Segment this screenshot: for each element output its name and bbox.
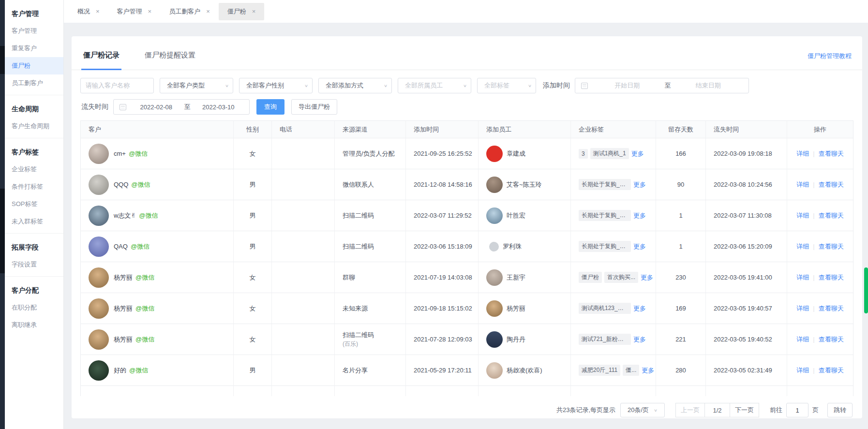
sidebar-item-enterprise-tags[interactable]: 企业标签: [5, 161, 63, 178]
more-tags-link[interactable]: 更多: [633, 180, 646, 189]
page-size-select[interactable]: 20条/页 ∨: [620, 403, 665, 417]
sidebar-item-customer-mgmt[interactable]: 客户管理: [5, 22, 63, 40]
add-method-select[interactable]: 全部添加方式 ∨: [318, 78, 392, 93]
sidebar-item-condition-tags[interactable]: 条件打标签: [5, 178, 63, 195]
close-icon[interactable]: ×: [148, 8, 152, 15]
rail-scroll-thumb[interactable]: [0, 46, 5, 74]
table-row: w志文✌ @微信 男 扫描二维码 2022-03-07 11:29:52 叶胜宏…: [81, 200, 853, 231]
detail-link[interactable]: 详细: [796, 304, 809, 313]
tags-select[interactable]: 全部标签 ∨: [477, 78, 536, 93]
next-page-button[interactable]: 下一页: [730, 403, 759, 417]
chevron-down-icon: ∨: [225, 83, 229, 88]
op-separator: |: [813, 367, 814, 374]
detail-link[interactable]: 详细: [796, 242, 809, 251]
sidebar-item-not-in-group-tags[interactable]: 未入群标签: [5, 213, 63, 230]
close-icon[interactable]: ×: [96, 8, 100, 15]
view-chat-link[interactable]: 查看聊天: [819, 242, 844, 251]
source-cell: 微信联系人: [335, 169, 406, 200]
phone-cell: [272, 169, 335, 200]
lost-time-cell: 2022-03-06 15:20:09: [706, 231, 787, 262]
sidebar-item-customer-lifecycle[interactable]: 客户生命周期: [5, 118, 63, 135]
view-chat-link[interactable]: 查看聊天: [819, 366, 844, 375]
lost-time-range-picker[interactable]: 2022-02-08 至 2022-03-10: [113, 99, 250, 115]
customer-gender-select[interactable]: 全部客户性别 ∨: [239, 78, 313, 93]
tab-zombie-records[interactable]: 僵尸粉记录: [81, 51, 121, 70]
view-chat-link[interactable]: 查看聊天: [819, 304, 844, 313]
detail-link[interactable]: 详细: [796, 211, 809, 220]
table-header-row: 客户 性别 电话 来源渠道 添加时间 添加员工 企业标签 留存天数 流失时间 操…: [81, 121, 853, 138]
detail-link[interactable]: 详细: [796, 180, 809, 189]
rail-scroll-thumb-2[interactable]: [0, 189, 5, 273]
sidebar-item-employee-deleted[interactable]: 员工删客户: [5, 74, 63, 92]
more-tags-link[interactable]: 更多: [631, 149, 644, 158]
detail-link[interactable]: 详细: [796, 273, 809, 282]
close-icon[interactable]: ×: [252, 8, 256, 15]
customer-name: QQQ: [114, 181, 128, 188]
avatar: [486, 177, 503, 193]
more-tags-link[interactable]: 更多: [642, 366, 654, 375]
view-chat-link[interactable]: 查看聊天: [819, 211, 844, 220]
more-tags-link[interactable]: 更多: [633, 335, 646, 344]
avatar: [89, 329, 109, 350]
sidebar-item-field-settings[interactable]: 字段设置: [5, 256, 63, 273]
tab-overview[interactable]: 概况 ×: [69, 3, 108, 20]
more-tags-link[interactable]: 更多: [633, 304, 646, 313]
view-chat-link[interactable]: 查看聊天: [819, 180, 844, 189]
col-add-employee: 添加员工: [479, 121, 571, 138]
more-tags-link[interactable]: 更多: [633, 211, 646, 220]
lost-start-date[interactable]: 2022-02-08: [131, 104, 181, 111]
view-chat-link[interactable]: 查看聊天: [819, 335, 844, 344]
prev-page-button[interactable]: 上一页: [675, 403, 705, 417]
add-time-cell: 2022-03-06 15:18:09: [406, 231, 479, 262]
detail-link[interactable]: 详细: [796, 335, 809, 344]
search-button[interactable]: 查询: [256, 99, 284, 115]
table-row: 好的 @微信 男 名片分享 2021-05-29 17:20:11 杨啟凌(欢喜…: [81, 355, 853, 386]
table-row: 杨芳丽 @微信 女 扫描二维码 (百乐) 2021-07-28 12:09:03…: [81, 324, 853, 355]
page-indicator: 1/2: [705, 403, 730, 417]
sidebar-item-zombie-fans[interactable]: 僵尸粉: [5, 57, 63, 74]
detail-link[interactable]: 详细: [796, 366, 809, 375]
add-time-range-picker[interactable]: 开始日期 至 结束日期: [575, 78, 749, 93]
phone-cell: [272, 324, 335, 355]
tab-zombie-fans[interactable]: 僵尸粉 ×: [219, 3, 265, 20]
lost-end-date[interactable]: 2022-03-10: [194, 104, 244, 111]
tab-zombie-reminder-settings[interactable]: 僵尸粉提醒设置: [143, 51, 197, 70]
view-chat-link[interactable]: 查看聊天: [819, 273, 844, 282]
zombie-fans-tutorial-link[interactable]: 僵尸粉管理教程: [808, 52, 852, 60]
chevron-down-icon: ∨: [384, 83, 388, 88]
customer-type-select[interactable]: 全部客户类型 ∨: [160, 78, 233, 93]
tab-customer-mgmt[interactable]: 客户管理 ×: [108, 3, 161, 20]
more-tags-link[interactable]: 更多: [633, 242, 646, 251]
jump-button[interactable]: 跳转: [827, 403, 853, 417]
sidebar-item-resigned-inherit[interactable]: 离职继承: [5, 316, 63, 334]
select-value: 全部所属员工: [405, 81, 443, 90]
goto-page-input[interactable]: [786, 403, 808, 417]
customer-name: cm+: [114, 150, 126, 157]
customer-name: QAQ: [114, 243, 128, 250]
tab-employee-deleted[interactable]: 员工删客户 ×: [160, 3, 219, 20]
col-lost-time: 流失时间: [706, 121, 787, 138]
close-icon[interactable]: ×: [206, 8, 210, 15]
sidebar-item-active-allocation[interactable]: 在职分配: [5, 299, 63, 316]
sidebar-item-sop-tags[interactable]: SOP标签: [5, 195, 63, 213]
owner-employee-select[interactable]: 全部所属员工 ∨: [398, 78, 471, 93]
export-zombie-fans-button[interactable]: 导出僵尸粉: [291, 99, 337, 115]
col-customer: 客户: [81, 121, 234, 138]
phone-cell: [272, 355, 335, 386]
sidebar-section-allocation: 客户分配 在职分配 离职继承: [5, 276, 63, 337]
more-tags-link[interactable]: 更多: [641, 273, 653, 282]
view-chat-link[interactable]: 查看聊天: [819, 149, 844, 158]
lost-time-cell: 2022-03-05 19:40:57: [706, 293, 787, 324]
customer-name-input[interactable]: 请输入客户名称: [80, 78, 154, 93]
detail-link[interactable]: 详细: [796, 149, 809, 158]
employee-name: 罗利珠: [503, 242, 522, 251]
collapsed-nav-rail[interactable]: [0, 0, 5, 429]
col-source: 来源渠道: [335, 121, 406, 138]
employee-name: 叶胜宏: [507, 211, 525, 220]
end-date-placeholder[interactable]: 结束日期: [674, 81, 743, 90]
start-date-placeholder[interactable]: 开始日期: [593, 81, 662, 90]
sidebar-item-duplicate-customers[interactable]: 重复客户: [5, 40, 63, 57]
green-scrollbar-thumb[interactable]: [864, 267, 868, 313]
op-separator: |: [813, 212, 814, 219]
sidebar-section-customer-mgmt: 客户管理 客户管理 重复客户 僵尸粉 员工删客户: [5, 0, 63, 95]
